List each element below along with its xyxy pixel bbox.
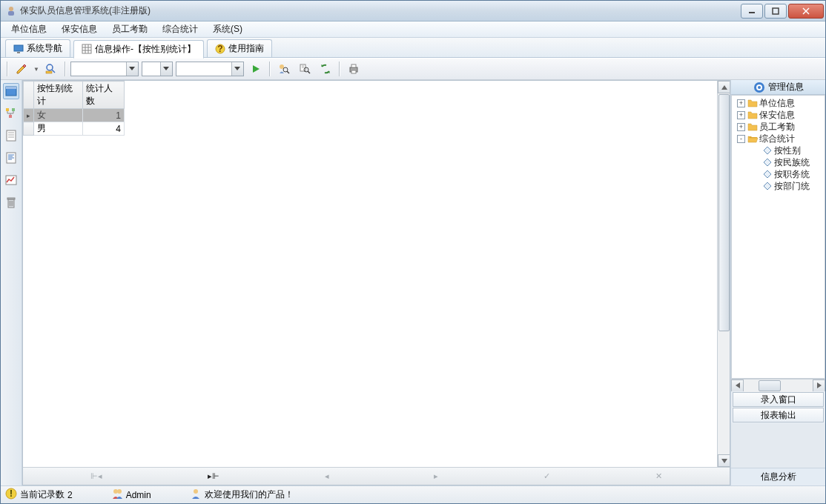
combo-input[interactable] [71, 62, 126, 76]
col-header-category[interactable]: 按性别统计 [34, 82, 83, 109]
refresh-button[interactable] [317, 61, 334, 77]
search-record-button[interactable] [296, 61, 314, 77]
run-button[interactable] [247, 61, 265, 77]
table-row[interactable]: ▸女1 [24, 109, 125, 122]
menu-kaoqin[interactable]: 员工考勤 [105, 21, 155, 37]
svg-line-16 [52, 70, 55, 73]
user-icon [111, 488, 123, 502]
svg-point-0 [9, 7, 13, 11]
tab-navigation[interactable]: 系统导航 [5, 39, 70, 57]
svg-rect-8 [82, 44, 91, 53]
combo-input[interactable] [176, 62, 231, 76]
scroll-down-button[interactable] [718, 454, 730, 467]
menu-baoan[interactable]: 保安信息 [54, 21, 105, 37]
chevron-down-icon[interactable] [160, 62, 172, 76]
close-button[interactable] [788, 4, 824, 19]
edit-button[interactable] [13, 61, 30, 77]
tree-node[interactable]: 按民族统 [732, 156, 825, 168]
tree-expander[interactable]: + [737, 99, 745, 107]
scroll-up-button[interactable] [718, 81, 730, 93]
tab-label: 使用指南 [228, 42, 264, 55]
nav-last-button[interactable]: ▸⊩ [194, 470, 233, 483]
grid-icon [82, 44, 92, 54]
maximize-button[interactable] [764, 4, 787, 19]
row-indicator [24, 122, 34, 136]
welcome-text: 欢迎使用我们的产品！ [205, 488, 294, 501]
table-row[interactable]: 男4 [24, 122, 125, 136]
tree-node[interactable]: 按部门统 [732, 180, 825, 192]
svg-rect-6 [14, 45, 23, 51]
tree-expander[interactable]: - [737, 135, 745, 143]
menu-tongji[interactable]: 综合统计 [155, 21, 205, 37]
dropdown-arrow-icon[interactable]: ▼ [33, 66, 39, 73]
view-doc-button[interactable] [3, 150, 19, 166]
scroll-right-button[interactable] [813, 379, 825, 392]
nav-next-button[interactable]: ▸ [420, 470, 452, 483]
cell-category[interactable]: 女 [34, 109, 83, 122]
vertical-scrollbar[interactable] [717, 81, 730, 467]
tree-label: 员工考勤 [759, 121, 795, 133]
menu-system[interactable]: 系统(S) [205, 21, 250, 37]
tree-node[interactable]: +员工考勤 [732, 121, 825, 133]
info-icon: ! [5, 488, 17, 502]
status-user: Admin [111, 488, 151, 502]
cell-count[interactable]: 1 [83, 109, 125, 122]
tree-label: 按性别 [774, 145, 801, 157]
tree-expander[interactable]: + [737, 123, 745, 131]
tree-node[interactable]: -综合统计 [732, 133, 825, 145]
nav-prev-button[interactable]: ◂ [311, 470, 343, 483]
combo-input[interactable] [142, 62, 160, 76]
horizontal-scrollbar[interactable] [731, 379, 825, 391]
zoom-button[interactable] [42, 61, 60, 77]
scroll-left-button[interactable] [731, 379, 744, 392]
separator [65, 62, 66, 76]
data-grid[interactable]: 按性别统计 统计人数 ▸女1男4 [23, 81, 125, 136]
view-grid-button[interactable] [3, 83, 19, 99]
separator [269, 62, 271, 76]
records-label: 当前记录数 [20, 488, 65, 501]
menu-danwei[interactable]: 单位信息 [4, 21, 54, 37]
tree-node[interactable]: +保安信息 [732, 109, 825, 121]
tab-guide[interactable]: ? 使用指南 [207, 39, 272, 57]
nav-tree[interactable]: +单位信息+保安信息+员工考勤-综合统计按性别按民族统按职务统按部门统 [731, 95, 825, 379]
scroll-thumb[interactable] [718, 94, 730, 331]
hscroll-thumb[interactable] [759, 380, 781, 391]
view-chart-button[interactable] [3, 172, 19, 188]
tree-expander[interactable]: + [737, 111, 745, 119]
input-window-button[interactable]: 录入窗口 [733, 392, 824, 407]
right-panel-header: 管理信息 [731, 80, 825, 95]
tab-info-operation[interactable]: 信息操作-【按性别统计】 [73, 40, 204, 59]
row-indicator: ▸ [24, 109, 34, 122]
tree-node[interactable]: 按职务统 [732, 168, 825, 180]
chevron-down-icon[interactable] [126, 62, 138, 76]
right-panel: 管理信息 +单位信息+保安信息+员工考勤-综合统计按性别按民族统按职务统按部门统… [730, 80, 825, 485]
menubar: 单位信息 保安信息 员工考勤 综合统计 系统(S) [1, 21, 825, 38]
separator [339, 62, 340, 76]
titlebar: 保安队员信息管理系统(非注册版) [1, 1, 825, 21]
print-button[interactable] [345, 61, 363, 77]
left-icon-bar [1, 80, 22, 485]
view-tree-button[interactable] [3, 105, 19, 122]
toolbar-combo-1[interactable] [70, 62, 139, 76]
svg-rect-28 [351, 70, 356, 73]
nav-first-button[interactable]: ⊩◂ [77, 470, 116, 483]
chevron-down-icon[interactable] [231, 62, 243, 76]
tree-node[interactable]: +单位信息 [732, 97, 825, 109]
svg-rect-17 [46, 71, 52, 73]
cell-category[interactable]: 男 [34, 122, 83, 136]
search-person-button[interactable] [275, 61, 293, 77]
col-header-count[interactable]: 统计人数 [83, 82, 125, 109]
toolbar-combo-2[interactable] [142, 62, 173, 76]
view-form-button[interactable] [3, 127, 19, 144]
status-bar: ! 当前记录数 2 Admin 欢迎使用我们的产品！ [1, 485, 825, 503]
minimize-button[interactable] [741, 4, 763, 19]
tab-label: 信息操作-【按性别统计】 [95, 43, 196, 56]
nav-check-button[interactable]: ✓ [530, 470, 564, 483]
report-output-button[interactable]: 报表输出 [733, 408, 824, 422]
view-trash-button[interactable] [3, 194, 19, 210]
nav-cancel-button[interactable]: ✕ [642, 470, 675, 483]
cell-count[interactable]: 4 [83, 122, 125, 136]
user-name: Admin [126, 490, 151, 500]
toolbar-combo-3[interactable] [176, 62, 244, 76]
tree-node[interactable]: 按性别 [732, 145, 825, 156]
